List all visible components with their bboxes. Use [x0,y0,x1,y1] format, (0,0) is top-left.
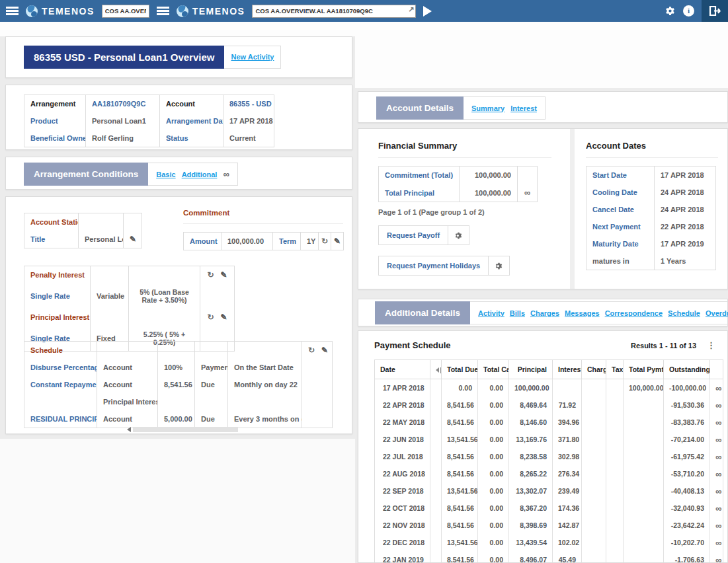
payment-date: 22 JAN 2019 [375,551,430,563]
refresh-icon[interactable] [207,313,214,321]
column-header-date[interactable]: Date [375,360,430,379]
account-details-tab-interest[interactable]: Interest [510,104,537,112]
field-value: Principal Interest [97,393,158,410]
payment-value [624,500,664,517]
payment-value: 0.00 [478,431,509,448]
column-header-charge[interactable]: Charge [582,360,606,379]
view-row-icon[interactable] [715,400,721,410]
additional-tab-correspondence[interactable]: Correspondence [605,309,663,317]
payment-value [606,379,624,397]
column-header-tax[interactable]: Tax [606,360,624,379]
field-value[interactable]: AA1810709Q9C [86,95,160,113]
column-sort-cell [430,360,442,379]
payment-value [582,482,606,500]
field-value: 17 APR 2019 [655,235,716,252]
view-row-icon[interactable] [715,435,721,445]
conditions-tab-basic[interactable]: Basic [156,170,175,178]
payment-schedule-heading: Payment Schedule [374,340,451,350]
payment-value [582,448,606,465]
payment-value: 8,496.07 [509,551,553,563]
view-row-icon[interactable] [715,418,721,428]
view-row-icon[interactable] [715,452,721,462]
view-row-icon[interactable] [715,521,721,531]
view-row-icon[interactable] [715,383,721,393]
info-icon[interactable] [683,5,694,17]
commitment-heading: Commitment [183,209,343,217]
request-payment-holidays-button[interactable]: Request Payment Holidays [378,256,510,276]
request-payoff-button[interactable]: Request Payoff [378,225,469,245]
column-header-total-cap[interactable]: Total Cap [478,360,509,379]
gear-icon[interactable] [448,226,469,244]
view-icon[interactable] [524,188,530,198]
more-menu-icon[interactable] [707,341,715,350]
edit-pencil-icon[interactable] [221,313,227,321]
payment-value: 8,469.64 [509,396,553,414]
commitment-table: Amount 100,000.00 Term 1Y [183,232,344,250]
refresh-icon[interactable] [321,237,328,246]
settings-gear-icon[interactable] [665,5,676,17]
view-row-icon[interactable] [715,486,721,496]
payment-value: 13,439.54 [509,534,553,551]
field-label: Cooling Date [586,184,655,201]
scroll-left-icon[interactable] [127,427,131,432]
column-header-total-due[interactable]: Total Due [442,360,478,379]
menu-icon[interactable] [6,7,19,15]
view-row-icon[interactable] [715,504,721,513]
field-value [91,309,129,326]
field-value [228,393,302,410]
payment-value [624,551,664,563]
request-payoff-label: Request Payoff [379,226,448,244]
edit-pencil-icon[interactable] [130,235,136,244]
menu-icon-2[interactable] [157,7,169,15]
view-icon[interactable] [223,170,229,178]
additional-tab-bills[interactable]: Bills [510,309,525,317]
payment-value: 8,541.56 [442,396,478,414]
column-header-principal[interactable]: Principal [509,360,553,379]
payment-value: 276.34 [553,465,582,482]
field-value: Payment [195,359,228,376]
view-row-icon[interactable] [715,469,721,479]
edit-pencil-icon[interactable] [321,346,328,354]
additional-tab-charges[interactable]: Charges [530,309,559,317]
conditions-tab-additional[interactable]: Additional [182,170,218,178]
scrollbar-thumb[interactable] [133,427,238,432]
account-details-tab-summary[interactable]: Summary [471,104,505,112]
command-input-1[interactable] [102,5,149,18]
payment-value: 8,367.20 [509,500,553,517]
gear-icon[interactable] [488,256,509,275]
page-title-panel: 86355 USD - Personal Loan1 Overview New … [5,36,352,78]
column-header-total-pymt[interactable]: Total Pymt [624,360,664,379]
launch-icon[interactable] [408,6,414,13]
additional-tab-activity[interactable]: Activity [478,309,505,317]
run-button[interactable] [423,6,432,17]
account-static-table: Account Static Title Personal Loan [24,213,142,248]
view-row-icon[interactable] [715,538,721,548]
view-row-icon[interactable] [715,555,721,563]
row-view-cell [710,500,723,517]
additional-details-title: Additional Details [375,301,470,324]
field-value: Variable [91,283,129,309]
command-input-2[interactable] [252,5,416,18]
table-row: 22 JUL 20188,541.560.008,238.58302.98-61… [375,448,723,465]
temenos-logo: TEMENOS [26,5,95,17]
table-row: 22 OCT 20188,541.560.008,367.20174.36-32… [375,500,723,517]
column-header-interest[interactable]: Interest [553,360,582,379]
row-view-cell [710,517,723,534]
edit-pencil-icon[interactable] [221,271,227,279]
field-value: 24 APR 2018 [655,201,716,218]
row-actions [200,283,235,309]
field-value: Personal Loan [79,231,124,248]
additional-tab-schedule[interactable]: Schedule [668,309,700,317]
refresh-icon[interactable] [207,271,214,279]
additional-tab-overdue[interactable]: Overdue [706,309,728,317]
sign-out-button[interactable] [702,0,728,22]
column-header-outstanding[interactable]: Outstanding [664,360,710,379]
edit-pencil-icon[interactable] [334,237,341,246]
additional-tab-messages[interactable]: Messages [565,309,600,317]
table-row: 22 SEP 201813,541.560.0013,302.07239.49-… [375,482,723,500]
field-value[interactable]: 86355 - USD [223,95,274,113]
refresh-icon[interactable] [308,346,315,354]
sort-resize-icon[interactable] [436,367,442,373]
new-activity-link[interactable]: New Activity [231,53,274,61]
payment-value [606,482,624,500]
